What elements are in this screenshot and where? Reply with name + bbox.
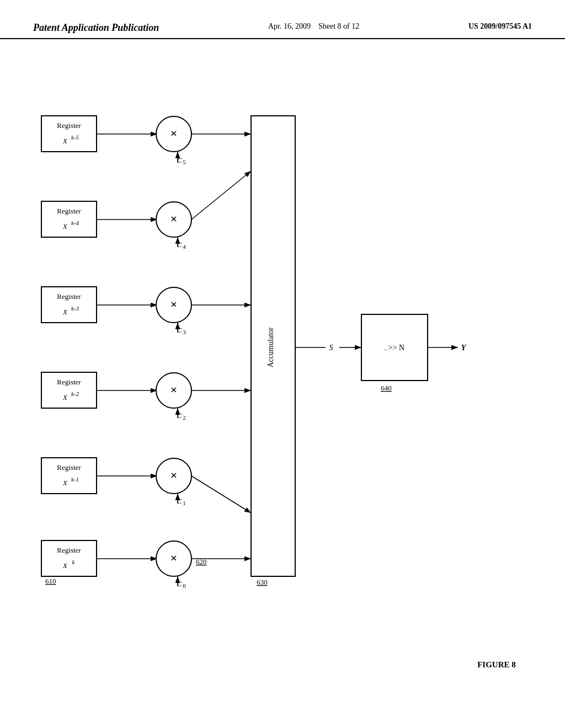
multiplier-3-x: × xyxy=(170,297,178,311)
accumulator-id: 630 xyxy=(257,578,268,586)
multiplier-1-x: × xyxy=(170,468,178,482)
register-5-sub: k-5 xyxy=(71,134,79,141)
c2-sub: 2 xyxy=(183,414,186,421)
register-4-sub: k-4 xyxy=(71,220,79,226)
multiplier-5-x: × xyxy=(170,126,178,140)
diagram-area: Register X k-5 × C 5 Register X k-4 × C … xyxy=(0,55,565,728)
sheet-info: Sheet 8 of 12 xyxy=(318,22,359,30)
register-1-sub: k-1 xyxy=(71,476,79,483)
c0-sub: 0 xyxy=(183,582,186,589)
figure-label: FIGURE 8 xyxy=(477,660,516,669)
y-label: Y xyxy=(461,344,467,352)
pub-date: Apr. 16, 2009 xyxy=(268,22,311,30)
register-4-label: Register xyxy=(57,207,81,215)
multiplier-4-x: × xyxy=(170,212,178,226)
multiplier-2-x: × xyxy=(170,383,178,397)
reg-base-id: 610 xyxy=(45,577,56,585)
patent-number: US 2009/097545 A1 xyxy=(468,22,532,31)
register-1-subscript: X xyxy=(62,479,68,487)
register-3-subscript: X xyxy=(62,308,68,316)
s-label: S xyxy=(329,344,333,352)
publication-type: Patent Application Publication xyxy=(33,22,159,34)
mult4-to-acc xyxy=(191,171,251,220)
page-header: Patent Application Publication Apr. 16, … xyxy=(0,22,565,39)
mult1-to-acc xyxy=(191,476,251,513)
register-2-subscript: X xyxy=(62,393,68,402)
circuit-diagram: Register X k-5 × C 5 Register X k-4 × C … xyxy=(0,55,565,728)
c4-sub: 4 xyxy=(183,243,186,250)
register-2-label: Register xyxy=(57,378,81,386)
register-1-label: Register xyxy=(57,463,81,472)
publication-date-sheet: Apr. 16, 2009 Sheet 8 of 12 xyxy=(268,22,359,31)
c3-sub: 3 xyxy=(183,329,186,335)
register-0-label: Register xyxy=(57,546,81,554)
shift-id: 640 xyxy=(381,384,392,392)
multiplier-0-x: × xyxy=(170,551,178,565)
register-3-sub: k-3 xyxy=(71,305,79,312)
register-5-label: Register xyxy=(57,121,81,130)
register-0-subscript: X xyxy=(62,561,68,570)
register-4-subscript: X xyxy=(62,222,68,231)
register-2-sub: k-2 xyxy=(71,390,79,397)
register-5-subscript: X xyxy=(62,137,68,145)
shift-label: . >> N xyxy=(385,344,404,352)
accumulator-label: Accumulator xyxy=(266,327,275,367)
c5-sub: 5 xyxy=(183,159,186,165)
c1-sub: 1 xyxy=(183,500,186,506)
register-3-label: Register xyxy=(57,292,81,301)
